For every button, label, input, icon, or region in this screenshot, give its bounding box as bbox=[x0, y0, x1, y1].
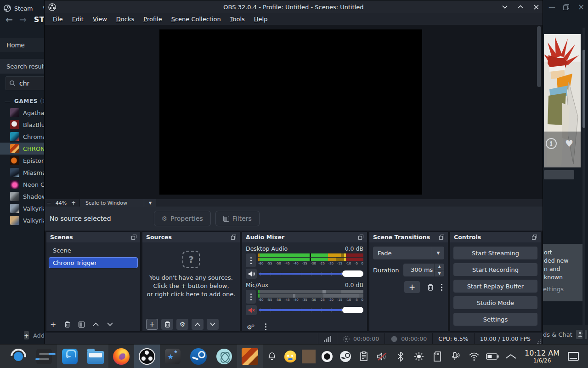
add-scene-button[interactable]: + bbox=[50, 320, 56, 329]
obs-tray-icon[interactable] bbox=[318, 345, 336, 368]
microphone-icon[interactable] bbox=[447, 345, 465, 368]
volume-slider[interactable] bbox=[259, 306, 363, 314]
file-manager-icon[interactable] bbox=[83, 345, 108, 368]
move-source-up-button[interactable] bbox=[192, 319, 204, 330]
scale-mode-dropdown[interactable]: Scale to Window ▼ bbox=[79, 199, 156, 207]
source-properties-button[interactable]: ⚙ bbox=[176, 319, 188, 330]
control-button[interactable]: Settings bbox=[453, 313, 537, 326]
brown-square-tray-icon[interactable] bbox=[300, 345, 318, 368]
mute-toggle-button[interactable] bbox=[246, 305, 257, 315]
steam-menu[interactable]: Steam bbox=[14, 5, 33, 12]
list-item[interactable]: Valkyria bbox=[0, 202, 44, 214]
duration-spinbox[interactable]: 300 ms ▲ ▼ bbox=[403, 264, 444, 276]
system-settings-icon[interactable] bbox=[31, 345, 57, 368]
spin-down-icon[interactable]: ▼ bbox=[435, 270, 444, 277]
show-desktop-button[interactable] bbox=[564, 345, 582, 368]
scene-item[interactable]: Chrono Trigger bbox=[49, 257, 138, 268]
properties-button[interactable]: ⚙ Properties bbox=[154, 211, 211, 226]
mute-toggle-button[interactable] bbox=[246, 269, 257, 279]
scrollbar[interactable] bbox=[582, 28, 585, 344]
list-item[interactable]: Shadow bbox=[0, 190, 44, 202]
tray-expand-caret-icon[interactable] bbox=[502, 345, 520, 368]
popout-icon[interactable] bbox=[439, 235, 444, 240]
move-up-icon[interactable] bbox=[93, 322, 99, 326]
channel-menu-button kebab-icon[interactable] bbox=[246, 290, 256, 304]
control-button[interactable]: Start Replay Buffer bbox=[453, 280, 537, 293]
preview-scrollbar-thumb[interactable] bbox=[537, 26, 541, 87]
slider-handle[interactable] bbox=[342, 270, 363, 277]
scene-item[interactable]: Scene bbox=[49, 245, 138, 256]
remove-transition-button trash-icon[interactable] bbox=[427, 284, 434, 291]
transition-menu-button kebab-icon[interactable] bbox=[441, 284, 442, 291]
menu-item[interactable]: Tools bbox=[226, 14, 249, 24]
atom-app-icon[interactable] bbox=[211, 345, 237, 368]
filters-button[interactable]: Filters bbox=[215, 211, 260, 226]
scrollbar-thumb[interactable] bbox=[582, 50, 585, 128]
menu-item[interactable]: File bbox=[48, 14, 68, 24]
wifi-icon[interactable] bbox=[465, 345, 483, 368]
remove-scene-button trash-icon[interactable] bbox=[64, 321, 70, 328]
maximize-icon[interactable] bbox=[517, 3, 524, 11]
slime-tray-icon[interactable] bbox=[281, 345, 300, 368]
settings-link[interactable]: ettings bbox=[543, 285, 564, 293]
games-section-header[interactable]: — GAMES (10/ bbox=[0, 97, 44, 105]
search-input[interactable]: chr bbox=[6, 76, 44, 90]
forward-arrow[interactable]: → bbox=[19, 14, 27, 24]
restore-icon[interactable] bbox=[563, 4, 569, 10]
zoom-out-button[interactable]: − bbox=[45, 200, 53, 206]
remove-source-button[interactable] bbox=[161, 319, 173, 330]
volume-muted-icon[interactable] bbox=[373, 345, 391, 368]
list-item[interactable]: Miasma bbox=[0, 167, 44, 178]
close-icon[interactable] bbox=[532, 3, 540, 11]
popout-icon[interactable] bbox=[358, 235, 363, 240]
add-game-button[interactable]: + Add a Game bbox=[0, 327, 44, 344]
move-down-icon[interactable] bbox=[107, 322, 113, 326]
popout-icon[interactable] bbox=[231, 235, 236, 240]
brightness-icon[interactable] bbox=[410, 345, 428, 368]
info-icon[interactable]: i bbox=[546, 138, 557, 149]
control-button[interactable]: Start Recording bbox=[453, 263, 537, 276]
menu-item[interactable]: Profile bbox=[139, 14, 166, 24]
list-item[interactable]: Chroma bbox=[0, 131, 44, 143]
transition-dropdown[interactable]: Fade ▼ bbox=[373, 247, 444, 259]
bluetooth-icon[interactable] bbox=[391, 345, 410, 368]
move-source-down-button[interactable] bbox=[207, 319, 219, 330]
store-nav[interactable]: STORE bbox=[34, 15, 44, 24]
volume-slider[interactable] bbox=[259, 270, 363, 277]
spin-up-icon[interactable]: ▲ bbox=[435, 264, 444, 270]
menu-item[interactable]: Scene Collection bbox=[167, 14, 226, 24]
advanced-audio-gears-icon[interactable]: ⚙⚙ bbox=[247, 323, 255, 330]
obs-titlebar[interactable]: OBS 32.0.4 - Profile: Untitled - Scenes:… bbox=[45, 0, 543, 13]
obs-task-icon[interactable] bbox=[134, 345, 160, 368]
control-button[interactable]: Start Streaming bbox=[453, 247, 537, 259]
steam-task-icon[interactable] bbox=[186, 345, 211, 368]
chrono-trigger-task-icon[interactable] bbox=[237, 345, 263, 368]
list-item[interactable]: Epistory bbox=[0, 155, 44, 167]
list-item[interactable]: Valkyria bbox=[0, 214, 44, 226]
list-item[interactable]: BlazBlue bbox=[0, 119, 44, 131]
preview-canvas[interactable] bbox=[159, 29, 422, 195]
home-tab[interactable]: Home bbox=[0, 38, 44, 52]
firefox-icon[interactable] bbox=[108, 345, 134, 368]
control-button[interactable]: Studio Mode bbox=[453, 296, 537, 309]
list-item[interactable]: Agatha bbox=[0, 107, 44, 119]
add-transition-button[interactable]: + bbox=[404, 281, 420, 293]
add-source-button[interactable]: + bbox=[146, 319, 158, 330]
menu-item[interactable]: Docks bbox=[112, 14, 139, 24]
menu-item[interactable]: View bbox=[88, 14, 112, 24]
back-arrow[interactable]: ← bbox=[6, 14, 13, 24]
menu-item[interactable]: Edit bbox=[68, 14, 88, 24]
friends-chat-bar[interactable]: ds & Chat bbox=[543, 325, 588, 344]
list-item[interactable]: CHRONO bbox=[0, 143, 44, 155]
minimize-icon[interactable] bbox=[501, 3, 509, 11]
battery-icon[interactable] bbox=[483, 345, 502, 368]
steam-tray-icon[interactable] bbox=[336, 345, 355, 368]
zoom-in-button[interactable]: + bbox=[69, 200, 78, 206]
mixer-menu-button kebab-icon[interactable] bbox=[265, 323, 266, 330]
slider-handle[interactable] bbox=[342, 307, 363, 313]
resize-grip[interactable] bbox=[536, 333, 543, 345]
notifications-bell-icon[interactable] bbox=[263, 345, 281, 368]
app-launcher-icon[interactable] bbox=[6, 345, 31, 368]
scene-filters-icon[interactable] bbox=[79, 322, 85, 328]
list-item[interactable]: Neon Ch bbox=[0, 178, 44, 190]
